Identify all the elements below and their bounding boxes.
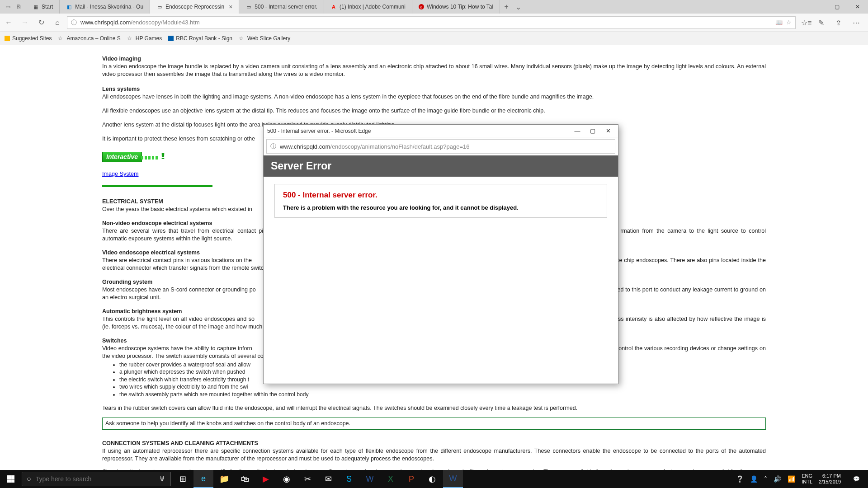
popup-titlebar[interactable]: 500 - Internal server error. - Microsoft…: [264, 125, 618, 137]
site-info-icon[interactable]: ⓘ: [71, 19, 77, 27]
url-path: /endoscopy/Module43.htm: [131, 19, 199, 26]
para: All endoscopes have lenses in both the l…: [102, 93, 766, 101]
fav-hp[interactable]: ☆HP Games: [127, 35, 162, 42]
favorite-icon[interactable]: ☆: [786, 19, 792, 26]
maximize-button[interactable]: ▢: [826, 0, 847, 14]
set-aside-icon[interactable]: ⎘: [14, 3, 23, 11]
browser-tabs: ▦Start ◧Mail - Inessa Skvorkina - Ou ▭En…: [26, 0, 806, 14]
heading-connection: CONNECTION SYSTEMS AND CLEANING ATTACHME…: [102, 440, 766, 447]
app-excel[interactable]: X: [381, 470, 401, 488]
taskbar: ○ 🎙 ⊞ e 📁 🛍 ▶ ◉ ✂ ✉ S W X P ◐ W ❔ 👤 ˄ 🔊 …: [0, 470, 868, 488]
tab-mail[interactable]: ◧Mail - Inessa Skvorkina - Ou: [60, 0, 150, 14]
error-message: There is a problem with the resource you…: [283, 204, 599, 211]
fav-amazon[interactable]: ☆Amazon.ca – Online S: [58, 35, 120, 42]
reading-view-icon[interactable]: 📖: [775, 19, 783, 26]
tab-win10tip[interactable]: gWindows 10 Tip: How to Tal: [412, 0, 500, 14]
tab-adobe[interactable]: A(1) Inbox | Adobe Communi: [324, 0, 412, 14]
tab-endoscope[interactable]: ▭Endoscope Reprocessin×: [150, 0, 239, 14]
close-button[interactable]: ✕: [847, 0, 868, 14]
popup-url-input[interactable]: ⓘ www.chrispqld.com/endoscopy/animations…: [266, 139, 615, 154]
fav-suggested[interactable]: Suggested Sites: [5, 35, 52, 42]
heading-lens: Lens systems: [102, 85, 766, 93]
heading-video-imaging: Video imaging: [102, 55, 766, 63]
app-snagit[interactable]: ◐: [422, 470, 442, 488]
mic-icon[interactable]: 🎙: [159, 475, 166, 483]
error-title: 500 - Internal server error.: [283, 191, 599, 200]
back-button[interactable]: ←: [5, 19, 13, 27]
task-box: Ask someone to help you identify all the…: [102, 418, 766, 430]
app-movies[interactable]: ▶: [256, 470, 276, 488]
link-image-system[interactable]: Image System: [102, 171, 139, 177]
notes-icon[interactable]: ✎: [818, 19, 826, 27]
para: All flexible endoscopes use an objective…: [102, 107, 766, 115]
app-word2[interactable]: W: [443, 470, 463, 488]
server-error-heading: Server Error: [264, 155, 618, 177]
cortana-icon: ○: [27, 475, 31, 483]
para: If using an automated reprocessor there …: [102, 447, 766, 463]
app-snip[interactable]: ✂: [297, 470, 317, 488]
url-host: www.chrispqld.com: [80, 19, 131, 26]
app-ppt[interactable]: P: [401, 470, 421, 488]
app-mail[interactable]: ✉: [318, 470, 338, 488]
tab-label: Endoscope Reprocessin: [165, 4, 224, 10]
action-center-icon[interactable]: 💬: [847, 470, 865, 488]
new-tab-button[interactable]: +: [500, 0, 513, 14]
task-view-button[interactable]: ⊞: [173, 470, 193, 488]
error-box: 500 - Internal server error. There is a …: [274, 184, 607, 218]
people-icon[interactable]: 👤: [750, 475, 758, 483]
tab-label: 500 - Internal server error.: [255, 4, 317, 10]
popup-title: 500 - Internal server error. - Microsoft…: [267, 128, 573, 134]
maximize-button[interactable]: ▢: [588, 127, 597, 134]
minimize-button[interactable]: —: [806, 0, 826, 14]
start-button[interactable]: [0, 470, 22, 488]
share-icon[interactable]: ⇪: [835, 19, 844, 27]
wifi-icon[interactable]: 📶: [788, 475, 795, 483]
fav-webslice[interactable]: ☆Web Slice Gallery: [239, 35, 290, 42]
para: Tears in the rubber switch covers can al…: [102, 404, 766, 412]
app-explorer[interactable]: 📁: [214, 470, 234, 488]
titlebar: ▭ ⎘ ▦Start ◧Mail - Inessa Skvorkina - Ou…: [0, 0, 868, 14]
volume-icon[interactable]: 🔊: [774, 475, 781, 483]
help-icon[interactable]: ❔: [736, 475, 744, 483]
app-edge[interactable]: e: [193, 470, 213, 488]
tab-label: (1) Inbox | Adobe Communi: [340, 4, 406, 10]
address-bar: ← → ↻ ⌂ ⓘ www.chrispqld.com/endoscopy/Mo…: [0, 14, 868, 32]
app-chrome[interactable]: ◉: [277, 470, 297, 488]
refresh-button[interactable]: ↻: [37, 19, 45, 27]
favorites-bar: Suggested Sites ☆Amazon.ca – Online S ☆H…: [0, 32, 868, 45]
minimize-button[interactable]: —: [573, 127, 582, 134]
favorites-hub-icon[interactable]: ☆≡: [801, 19, 809, 27]
app-skype[interactable]: S: [339, 470, 359, 488]
language-indicator[interactable]: ENG INTL: [802, 473, 812, 484]
list-item: two wires which supply electricity to an…: [119, 383, 766, 390]
close-icon[interactable]: ×: [229, 3, 232, 10]
settings-icon[interactable]: ⋯: [853, 19, 861, 27]
divider: [102, 185, 212, 187]
forward-button[interactable]: →: [21, 19, 29, 27]
app-word1[interactable]: W: [360, 470, 380, 488]
clock[interactable]: 6:17 PM 2/15/2019: [819, 473, 841, 484]
close-button[interactable]: ✕: [604, 127, 613, 134]
tab-label: Windows 10 Tip: How to Tal: [427, 4, 493, 10]
fav-rbc[interactable]: RBC Royal Bank - Sign: [168, 35, 232, 42]
url-input[interactable]: ⓘ www.chrispqld.com/endoscopy/Module43.h…: [67, 16, 796, 29]
list-item: the switch assembly parts which are moun…: [119, 391, 766, 398]
popup-window: 500 - Internal server error. - Microsoft…: [263, 124, 618, 384]
para: In a video endoscope the image bundle is…: [102, 63, 766, 78]
chevron-up-icon[interactable]: ˄: [764, 475, 767, 483]
tab-overflow-icon[interactable]: ⌄: [513, 0, 524, 14]
home-button[interactable]: ⌂: [53, 19, 61, 27]
tab-500[interactable]: ▭500 - Internal server error.: [239, 0, 324, 14]
tab-actions-icon[interactable]: ▭: [4, 3, 12, 11]
tab-label: Mail - Inessa Skvorkina - Ou: [75, 4, 143, 10]
tab-start[interactable]: ▦Start: [26, 0, 60, 14]
tab-label: Start: [42, 4, 53, 10]
site-info-icon[interactable]: ⓘ: [270, 142, 276, 150]
app-store[interactable]: 🛍: [235, 470, 255, 488]
search-box[interactable]: ○ 🎙: [22, 472, 171, 486]
search-input[interactable]: [36, 475, 154, 483]
system-tray: ❔ 👤 ˄ 🔊 📶 ENG INTL 6:17 PM 2/15/2019 💬: [736, 470, 868, 488]
